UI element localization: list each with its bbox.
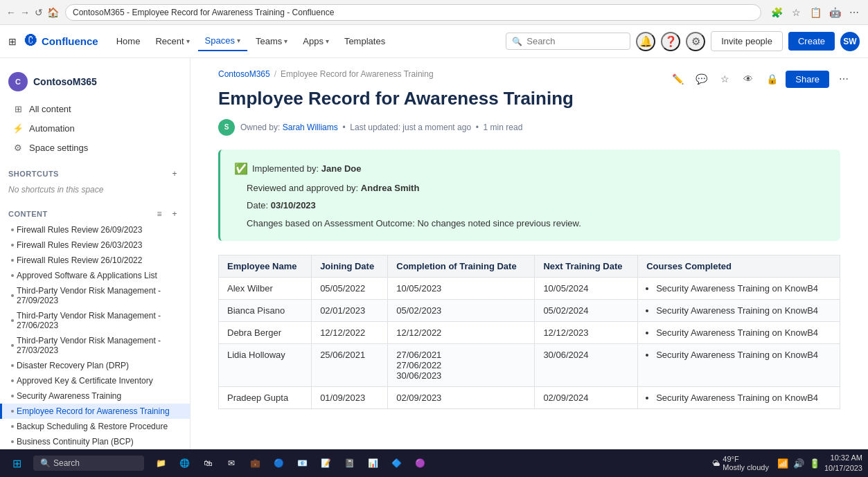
cell-courses: Security Awareness Training on KnowB4 [638, 387, 840, 409]
cell-courses: Security Awareness Training on KnowB4 [638, 278, 840, 300]
search-input[interactable] [526, 36, 610, 46]
more-actions-button[interactable]: ⋯ [833, 70, 854, 88]
course-item: Security Awareness Training on KnowB4 [656, 327, 831, 338]
author-avatar: S [218, 119, 235, 136]
taskbar-word[interactable]: 📝 [315, 452, 337, 474]
table-header-row: Employee Name Joining Date Completion of… [219, 255, 840, 278]
extensions-icon[interactable]: 🧩 [768, 4, 785, 21]
page-author[interactable]: Sarah Williams [283, 123, 338, 132]
start-button[interactable]: ⊞ [6, 452, 28, 474]
confluence-icon: 🅒 [25, 34, 37, 48]
col-next-training: Next Training Date [535, 255, 638, 278]
collections-icon[interactable]: 📋 [807, 4, 824, 21]
watch-icon[interactable]: 👁 [738, 69, 758, 89]
nav-recent[interactable]: Recent▾ [148, 32, 196, 51]
nav-dot [11, 344, 14, 347]
help-icon[interactable]: ❓ [661, 32, 680, 51]
sidebar-nav-list: Firewall Rules Review 26/09/2023 Firewal… [0, 222, 190, 449]
sidebar-nav-approved-software[interactable]: Approved Software & Applications List [0, 268, 190, 283]
invite-button[interactable]: Invite people [711, 31, 783, 51]
taskbar-store[interactable]: 🛍 [197, 452, 219, 474]
grid-icon[interactable]: ⊞ [8, 36, 17, 47]
more-icon[interactable]: ⋯ [846, 4, 862, 21]
sidebar-nav-vendor-2[interactable]: Third-Party Vendor Risk Management - 27/… [0, 308, 190, 333]
user-avatar[interactable]: SW [840, 32, 860, 51]
star-icon[interactable]: ☆ [788, 4, 804, 21]
sidebar-nav-backup[interactable]: Backup Scheduling & Restore Procedure [0, 419, 190, 434]
taskbar-sharepoint[interactable]: 🔷 [385, 452, 407, 474]
taskbar-edge[interactable]: 🌐 [173, 452, 195, 474]
nav-spaces[interactable]: Spaces▾ [198, 31, 247, 51]
back-button[interactable]: ← [6, 7, 17, 18]
sidebar-workspace-header: C ContosoM365 [0, 66, 190, 94]
edit-icon[interactable]: ✏️ [668, 69, 687, 89]
add-shortcut-button[interactable]: + [168, 167, 181, 181]
nav-dot [11, 379, 14, 382]
cell-completion-date: 05/02/2023 [388, 300, 535, 322]
info-changes-row: Changes based on Assessment Outcome: No … [234, 217, 826, 231]
nav-teams[interactable]: Teams▾ [249, 32, 294, 51]
taskbar-teams[interactable]: 💼 [244, 452, 266, 474]
create-button[interactable]: Create [788, 32, 835, 51]
cell-employee-name: Pradeep Gupta [219, 387, 312, 409]
sidebar-nav-vendor-3[interactable]: Third-Party Vendor Risk Management - 27/… [0, 333, 190, 358]
sidebar-nav-security-awareness[interactable]: Security Awareness Training [0, 388, 190, 404]
sidebar-nav-drp[interactable]: Disaster Recovery Plan (DRP) [0, 358, 190, 373]
settings-icon[interactable]: ⚙ [686, 32, 705, 51]
taskbar-outlook[interactable]: 📧 [291, 452, 313, 474]
taskbar-search-icon: 🔍 [40, 458, 51, 468]
taskbar-excel[interactable]: 📊 [362, 452, 384, 474]
restrict-icon[interactable]: 🔒 [762, 69, 781, 89]
content-sort-button[interactable]: ≡ [152, 207, 166, 221]
add-content-button[interactable]: + [168, 207, 181, 221]
breadcrumb-root[interactable]: ContosoM365 [218, 69, 270, 79]
taskbar-mail[interactable]: ✉ [220, 452, 242, 474]
nav-apps[interactable]: Apps▾ [296, 32, 336, 51]
home-button[interactable]: 🏠 [47, 7, 58, 18]
nav-dot [11, 410, 14, 413]
sidebar-nav-key-cert[interactable]: Approved Key & Certificate Inventory [0, 373, 190, 388]
all-content-icon: ⊞ [12, 104, 24, 114]
taskbar-onenote[interactable]: 📓 [338, 452, 360, 474]
star-page-icon[interactable]: ☆ [715, 69, 734, 89]
taskbar-teams2[interactable]: 🟣 [409, 452, 431, 474]
sidebar-nav-firewall-2[interactable]: Firewall Rules Review 26/03/2023 [0, 237, 190, 253]
cell-joining-date: 12/12/2022 [312, 322, 388, 344]
taskbar-time[interactable]: 10:32 AM 10/17/2023 [824, 453, 862, 474]
table-body: Alex Wilber05/05/202210/05/202310/05/202… [219, 278, 840, 409]
sidebar-item-space-settings[interactable]: ⚙ Space settings [4, 138, 186, 157]
forward-button[interactable]: → [19, 7, 30, 18]
tray-sound[interactable]: 🔊 [792, 456, 806, 470]
cell-employee-name: Alex Wilber [219, 278, 312, 300]
sidebar-workspace-avatar: C [8, 72, 28, 91]
sidebar-item-automation[interactable]: ⚡ Automation [4, 119, 186, 138]
course-item: Security Awareness Training on KnowB4 [656, 305, 831, 316]
sidebar-nav-firewall-3[interactable]: Firewall Rules Review 26/10/2022 [0, 253, 190, 268]
notifications-icon[interactable]: 🔔 [636, 32, 655, 51]
taskbar-file-explorer[interactable]: 📁 [150, 452, 172, 474]
taskbar-search-box[interactable]: 🔍 Search [33, 456, 144, 471]
search-box[interactable]: 🔍 [506, 33, 630, 50]
copilot-icon[interactable]: 🤖 [826, 4, 843, 21]
table-row: Pradeep Gupta01/09/202302/09/202302/09/2… [219, 387, 840, 409]
sidebar-item-all-content[interactable]: ⊞ All content [4, 100, 186, 118]
sidebar-nav-bcp[interactable]: Business Continuity Plan (BCP) [0, 434, 190, 449]
comment-icon[interactable]: 💬 [691, 69, 711, 89]
share-button[interactable]: Share [786, 71, 829, 88]
taskbar-chrome[interactable]: 🔵 [267, 452, 290, 474]
refresh-button[interactable]: ↺ [33, 7, 44, 18]
weather-icon: 🌥 [712, 459, 720, 467]
nav-templates[interactable]: Templates [337, 32, 392, 51]
nav-home[interactable]: Home [109, 32, 148, 51]
sidebar-nav-vendor-1[interactable]: Third-Party Vendor Risk Management - 27/… [0, 283, 190, 308]
nav-dot [11, 319, 14, 322]
nav-dot [11, 259, 14, 262]
taskbar-weather[interactable]: 🌥 49°F Mostly cloudy [708, 455, 773, 471]
sidebar-nav-firewall-1[interactable]: Firewall Rules Review 26/09/2023 [0, 222, 190, 237]
tray-battery[interactable]: 🔋 [808, 456, 822, 470]
page-title: Employee Record for Awareness Training [218, 87, 840, 111]
sidebar-nav-employee-record[interactable]: Employee Record for Awareness Training [0, 404, 190, 419]
tray-network[interactable]: 📶 [776, 456, 790, 470]
address-bar[interactable]: ContosoM365 - Employee Record for Awaren… [65, 4, 761, 21]
shortcuts-title: SHORTCUTS [8, 170, 59, 178]
